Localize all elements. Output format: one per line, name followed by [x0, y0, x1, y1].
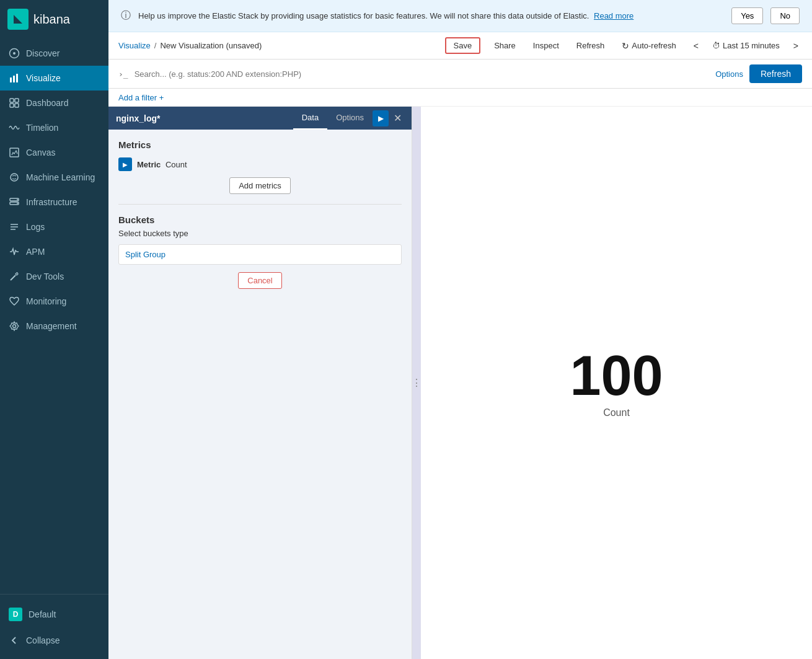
metric-sublabel: Count [570, 407, 663, 418]
search-bar: ›_ Options Refresh [108, 60, 812, 89]
body-area: nginx_log* Data Options ▶ ✕ Metrics ▶ Me… [108, 107, 812, 659]
panel-play-button[interactable]: ▶ [373, 110, 389, 126]
tab-options[interactable]: Options [327, 107, 373, 130]
svg-rect-6 [15, 99, 19, 102]
save-button[interactable]: Save [445, 37, 481, 54]
sidebar-item-dashboard[interactable]: Dashboard [0, 91, 108, 115]
refresh-button[interactable]: Refresh [573, 38, 609, 53]
breadcrumb: Visualize / New Visualization (unsaved) [118, 41, 262, 50]
sidebar-item-timelion[interactable]: Timelion [0, 115, 108, 140]
sidebar-label-canvas: Canvas [26, 148, 55, 157]
banner-no-button[interactable]: No [770, 7, 800, 24]
svg-rect-8 [15, 104, 19, 107]
grid-icon [9, 97, 20, 108]
time-picker[interactable]: ⏱ Last 15 minutes [712, 41, 780, 50]
bucket-type-select[interactable]: Split Group [118, 244, 402, 265]
brain-icon [9, 172, 20, 183]
sidebar-label-discover: Discover [26, 48, 60, 58]
buckets-subtitle: Select buckets type [118, 229, 402, 238]
time-label: Last 15 minutes [723, 41, 780, 50]
toolbar-actions: Save Share Inspect Refresh ↻ Auto-refres… [445, 37, 803, 54]
panel-tabs: Data Options [293, 107, 373, 130]
sidebar-item-visualize[interactable]: Visualize [0, 66, 108, 91]
panel-title: nginx_log* [116, 107, 293, 130]
svg-point-13 [17, 199, 18, 200]
metric-item: ▶ Metric Count [118, 157, 402, 171]
sidebar-label-visualize: Visualize [26, 73, 61, 83]
sidebar-label-timelion: Timelion [26, 123, 58, 133]
sidebar-item-canvas[interactable]: Canvas [0, 140, 108, 165]
sidebar-label-user: Default [29, 609, 56, 619]
compass-icon [9, 48, 20, 59]
sidebar-item-infrastructure[interactable]: Infrastructure [0, 190, 108, 215]
sidebar-item-apm[interactable]: APM [0, 239, 108, 264]
metric-display: 100 Count [570, 348, 663, 418]
lines-icon [9, 221, 20, 232]
user-avatar-icon: D [9, 608, 22, 621]
clock-icon: ⏱ [712, 41, 720, 50]
svg-point-1 [13, 52, 15, 55]
heartbeat-icon [9, 296, 20, 307]
time-prev-button[interactable]: < [690, 38, 702, 53]
search-input[interactable] [135, 69, 710, 79]
svg-rect-2 [10, 77, 12, 82]
panel-collapse-handle[interactable] [412, 107, 421, 659]
metric-name: Metric [137, 160, 161, 169]
kibana-logo-icon [7, 9, 29, 30]
metric-sub: Count [165, 160, 187, 169]
add-metrics-button[interactable]: Add metrics [229, 177, 291, 194]
sidebar-label-management: Management [26, 321, 77, 331]
metric-value: 100 [570, 348, 663, 404]
terminal-icon: ›_ [118, 69, 128, 79]
top-banner: ⓘ Help us improve the Elastic Stack by p… [108, 0, 812, 32]
svg-rect-7 [10, 104, 14, 107]
sidebar-nav: Discover Visualize Dashboard Timelion Ca… [0, 38, 108, 594]
add-filter-button[interactable]: Add a filter + [118, 93, 164, 102]
sidebar-label-collapse: Collapse [26, 635, 60, 645]
gear-icon [9, 321, 20, 332]
visualization-area: 100 Count [421, 107, 812, 659]
metric-expand-button[interactable]: ▶ [118, 157, 132, 171]
sidebar-item-monitoring[interactable]: Monitoring [0, 289, 108, 314]
panel-tab-actions: ▶ ✕ [373, 110, 404, 126]
breadcrumb-root[interactable]: Visualize [118, 41, 151, 50]
canvas-icon [9, 147, 20, 158]
panel-content: Metrics ▶ Metric Count Add metrics Bucke… [108, 130, 412, 299]
server-icon [9, 197, 20, 208]
breadcrumb-separator: / [154, 41, 157, 50]
panel-tab-bar: nginx_log* Data Options ▶ ✕ [108, 107, 412, 130]
cancel-button[interactable]: Cancel [238, 272, 281, 289]
banner-text: Help us improve the Elastic Stack by pro… [138, 11, 724, 20]
breadcrumb-current: New Visualization (unsaved) [160, 41, 262, 50]
sidebar: kibana Discover Visualize Dashboard Time… [0, 0, 108, 659]
time-next-button[interactable]: > [790, 38, 802, 53]
buckets-section-title: Buckets [118, 215, 402, 225]
tab-data[interactable]: Data [293, 107, 327, 130]
kibana-logo-text: kibana [33, 12, 70, 27]
svg-rect-9 [10, 148, 19, 157]
inspect-button[interactable]: Inspect [529, 38, 563, 53]
sidebar-item-machine-learning[interactable]: Machine Learning [0, 165, 108, 190]
panel-close-button[interactable]: ✕ [391, 113, 404, 123]
sidebar-item-discover[interactable]: Discover [0, 41, 108, 66]
svg-line-18 [11, 275, 15, 280]
metrics-section-title: Metrics [118, 139, 402, 150]
left-panel: nginx_log* Data Options ▶ ✕ Metrics ▶ Me… [108, 107, 412, 659]
filter-row: Add a filter + [108, 89, 812, 107]
sidebar-label-machine-learning: Machine Learning [26, 172, 95, 182]
info-icon: ⓘ [121, 9, 131, 22]
sidebar-item-default-user[interactable]: D Default [0, 601, 108, 628]
sidebar-item-management[interactable]: Management [0, 314, 108, 338]
svg-rect-5 [10, 99, 14, 102]
banner-read-more-link[interactable]: Read more [594, 11, 633, 20]
share-button[interactable]: Share [490, 38, 519, 53]
options-button[interactable]: Options [715, 69, 743, 79]
sidebar-item-dev-tools[interactable]: Dev Tools [0, 264, 108, 289]
sidebar-item-logs[interactable]: Logs [0, 215, 108, 239]
sidebar-item-collapse[interactable]: Collapse [0, 628, 108, 653]
wrench-icon [9, 271, 20, 282]
svg-point-19 [13, 325, 16, 328]
auto-refresh-button[interactable]: ↻ Auto-refresh [618, 38, 680, 53]
banner-yes-button[interactable]: Yes [731, 7, 763, 24]
refresh-main-button[interactable]: Refresh [749, 64, 802, 83]
